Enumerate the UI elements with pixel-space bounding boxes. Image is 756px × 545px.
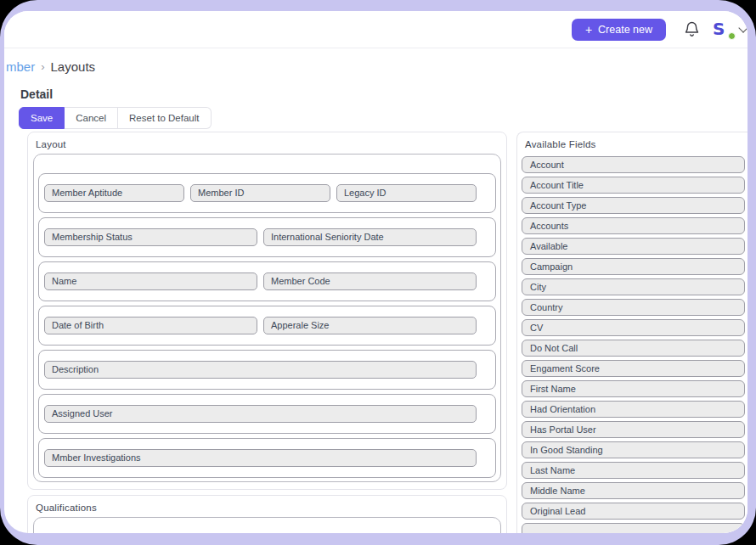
- row-cells: NameMember Code: [44, 272, 477, 290]
- available-field-pill[interactable]: First Name: [522, 380, 745, 397]
- online-status-dot: [728, 32, 736, 40]
- layout-field-cell[interactable]: Membership Status: [44, 228, 257, 246]
- available-field-pill[interactable]: Account Title: [522, 177, 745, 194]
- available-fields-title: Available Fields: [517, 132, 748, 154]
- create-new-button[interactable]: + Create new: [572, 19, 666, 41]
- available-field-pill[interactable]: Original Lead: [522, 503, 745, 520]
- qualifications-panel-title: Qualifications: [28, 496, 506, 517]
- layout-field-cell[interactable]: Member ID: [190, 184, 330, 202]
- row-cells: Date of BirthApperale Size: [44, 317, 477, 334]
- available-fields-column: Available Fields AccountAccount TitleAcc…: [516, 132, 748, 533]
- available-field-pill[interactable]: Middle Name: [522, 482, 745, 499]
- layout-field-cell[interactable]: Member Code: [263, 272, 477, 290]
- layout-field-cell[interactable]: Description: [44, 361, 477, 379]
- available-field-pill[interactable]: Accounts: [522, 217, 745, 234]
- layout-row[interactable]: Membership StatusInternational Seniority…: [38, 217, 496, 257]
- layout-field-cell[interactable]: Apperale Size: [263, 317, 477, 334]
- available-field-pill[interactable]: CV: [522, 319, 745, 336]
- available-field-pill[interactable]: Engament Score: [522, 360, 745, 377]
- plus-icon: +: [585, 25, 592, 34]
- layout-field-cell[interactable]: International Seniority Date: [263, 228, 477, 246]
- available-field-pill[interactable]: Country: [522, 299, 745, 316]
- row-cells: Description: [44, 361, 477, 379]
- layout-field-cell[interactable]: Member Aptitude: [44, 184, 184, 202]
- layout-panel-title: Layout: [28, 132, 506, 154]
- page-title: Detail: [20, 87, 748, 101]
- layout-rows: Member AptitudeMember IDLegacy IDMembers…: [38, 173, 496, 478]
- available-field-pill[interactable]: [522, 523, 745, 533]
- layout-panel: Layout Member AptitudeMember IDLegacy ID…: [27, 132, 507, 490]
- layout-field-cell[interactable]: Mmber Investigations: [44, 449, 477, 467]
- layout-row[interactable]: Member AptitudeMember IDLegacy ID: [38, 173, 496, 213]
- row-cells: Mmber Investigations: [44, 449, 477, 467]
- save-button[interactable]: Save: [19, 107, 65, 129]
- layout-row[interactable]: Assigned User: [38, 394, 496, 434]
- layout-field-cell[interactable]: Assigned User: [44, 405, 477, 423]
- available-fields-panel: Available Fields AccountAccount TitleAcc…: [516, 132, 748, 533]
- available-field-pill[interactable]: Has Portal User: [522, 421, 745, 438]
- create-new-label: Create new: [598, 24, 652, 36]
- layout-row[interactable]: Description: [38, 350, 496, 390]
- available-fields-list: AccountAccount TitleAccount TypeAccounts…: [517, 154, 748, 533]
- breadcrumb-entity-link[interactable]: mber: [6, 59, 35, 74]
- avatar-logo-s: S: [713, 19, 725, 39]
- row-cells: Membership StatusInternational Seniority…: [44, 228, 477, 246]
- row-cells: Member AptitudeMember IDLegacy ID: [44, 184, 477, 202]
- breadcrumb: mber › Layouts: [4, 48, 748, 74]
- layout-row[interactable]: Date of BirthApperale Size: [38, 306, 496, 346]
- available-field-pill[interactable]: Last Name: [522, 462, 745, 479]
- cancel-button[interactable]: Cancel: [65, 107, 118, 129]
- notifications-bell-icon[interactable]: [685, 21, 699, 37]
- layout-field-cell[interactable]: Date of Birth: [44, 317, 257, 334]
- layout-row[interactable]: Mmber Investigations: [38, 438, 496, 478]
- available-field-pill[interactable]: Do Not Call: [522, 340, 745, 357]
- qualifications-dropzone: Qualifications: [33, 517, 501, 533]
- available-field-pill[interactable]: Had Orientation: [522, 401, 745, 418]
- row-cells: Assigned User: [44, 405, 477, 423]
- top-bar: + Create new S: [4, 11, 748, 48]
- qualifications-panel: Qualifications Qualifications: [27, 495, 507, 533]
- reset-to-default-button[interactable]: Reset to Default: [118, 107, 211, 129]
- chevron-down-icon[interactable]: [738, 23, 748, 32]
- device-frame: + Create new S mber › Layouts Detail Sav…: [0, 0, 756, 545]
- app-window: + Create new S mber › Layouts Detail Sav…: [4, 11, 748, 533]
- user-avatar[interactable]: S: [713, 19, 733, 41]
- breadcrumb-separator: ›: [41, 60, 44, 73]
- layout-dropzone: Member AptitudeMember IDLegacy IDMembers…: [33, 154, 501, 482]
- available-field-pill[interactable]: Available: [522, 238, 745, 255]
- layout-field-cell[interactable]: Legacy ID: [336, 184, 477, 202]
- layout-column: Layout Member AptitudeMember IDLegacy ID…: [27, 132, 507, 533]
- layout-field-cell[interactable]: Name: [44, 272, 257, 290]
- layout-row[interactable]: NameMember Code: [38, 261, 496, 301]
- available-field-pill[interactable]: Account Type: [522, 197, 745, 214]
- available-field-pill[interactable]: City: [522, 278, 745, 295]
- breadcrumb-current: Layouts: [51, 59, 96, 74]
- action-button-group: Save Cancel Reset to Default: [19, 107, 748, 129]
- available-field-pill[interactable]: Campaign: [522, 258, 745, 275]
- available-field-pill[interactable]: In Good Standing: [522, 441, 745, 458]
- available-field-pill[interactable]: Account: [522, 156, 745, 173]
